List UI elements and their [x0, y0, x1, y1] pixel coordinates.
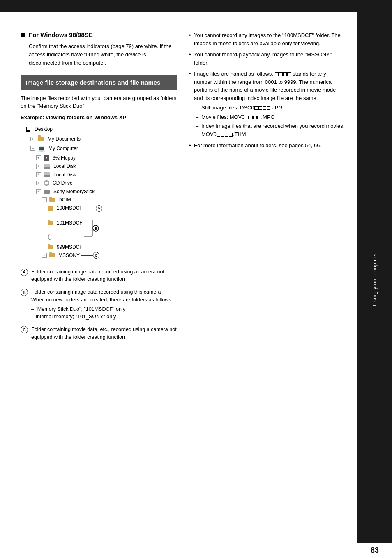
- expand-icon: +: [30, 137, 35, 141]
- folder-101-label: 101MSDCF: [57, 219, 83, 227]
- tree-cddrive: + CD Drive: [36, 179, 177, 187]
- expand-plus-icon-4: +: [36, 181, 41, 185]
- example-heading: Example: viewing folders on Windows XP: [21, 114, 177, 120]
- mycomputer-label: My Computer: [48, 144, 78, 153]
- tree-mycomputer: − 💻 My Computer: [30, 144, 177, 154]
- expand-plus-icon: +: [36, 155, 41, 160]
- desc-text-c: Folder containing movie data, etc., reco…: [31, 326, 177, 341]
- right-column: You cannot record any images to the "100…: [189, 31, 345, 346]
- folder-100-label: 100MSDCF: [57, 204, 83, 212]
- mssony-folder-icon: [49, 253, 55, 257]
- desc-c: C Folder containing movie data, etc., re…: [21, 326, 177, 341]
- left-column: For Windows 98/98SE Confirm that the acc…: [21, 31, 177, 346]
- drive-icon-2: [44, 172, 50, 177]
- cddrive-label: CD Drive: [53, 179, 73, 187]
- desc-badge-c: C: [21, 326, 28, 333]
- tree-101msdcf-section: 101MSDCF B: [25, 213, 177, 243]
- file-tree: 🖥 Desktop + My Documents − 💻 My Computer: [25, 124, 177, 260]
- svg-text:B: B: [94, 227, 97, 231]
- right-bullet-list: You cannot record any images to the "100…: [189, 31, 345, 150]
- memorystick-label: Sony MemoryStick: [53, 188, 95, 196]
- tree-100msdcf: 100MSDCF: [48, 204, 83, 212]
- storage-intro: The image files recorded with your camer…: [21, 94, 177, 110]
- localdisk-2-label: Local Disk: [53, 171, 76, 179]
- mydocs-label: My Documents: [48, 135, 81, 143]
- folder-100-icon: [48, 206, 53, 211]
- sq3: [283, 72, 287, 76]
- sq11: [253, 116, 257, 119]
- dcim-label: DCIM: [58, 196, 71, 204]
- callout-c-badge: C: [93, 252, 99, 259]
- tree-desktop: 🖥 Desktop: [25, 124, 177, 135]
- sq14: [221, 133, 224, 137]
- desktop-icon: 🖥: [25, 124, 31, 135]
- descriptions: A Folder containing image data recorded …: [21, 268, 177, 341]
- tree-mssony-row: + MSSONY C: [25, 251, 177, 259]
- tree-101msdcf: 101MSDCF: [48, 219, 83, 227]
- sq9: [245, 116, 249, 119]
- storage-header: Image file storage destinations and file…: [21, 75, 177, 90]
- sq6: [258, 106, 262, 110]
- brace-svg: [48, 233, 54, 243]
- tree-localdisk-2: + Local Disk: [36, 171, 177, 179]
- sub-item-3: Index image files that are recorded when…: [196, 122, 345, 138]
- tree-memorystick: − Sony MemoryStick: [36, 188, 177, 196]
- desc-text-a: Folder containing image data recorded us…: [31, 268, 177, 284]
- tree-mssony: + MSSONY: [42, 251, 80, 259]
- callout-a-badge: A: [96, 205, 102, 212]
- tree-localdisk-1: + Local Disk: [36, 162, 177, 170]
- windows-body: Confirm that the access indicators (page…: [29, 42, 177, 67]
- memorystick-icon: [44, 190, 50, 194]
- drive-icon-1: [44, 164, 50, 169]
- sq5: [254, 106, 258, 110]
- sq12: [257, 116, 261, 119]
- desc-b: B Folder containing image data recorded …: [21, 288, 177, 321]
- sq7: [263, 106, 266, 110]
- sq10: [249, 116, 253, 119]
- callout-b-bracket: B: [84, 221, 101, 241]
- windows-section: For Windows 98/98SE Confirm that the acc…: [21, 31, 177, 67]
- sq13: [217, 133, 220, 137]
- bullet-4: For more information about folders, see …: [189, 141, 345, 150]
- desc-b-item-2: Internal memory; "101_SONY" only: [31, 313, 173, 321]
- localdisk-1-label: Local Disk: [53, 162, 76, 170]
- tree-floppy: + ■ 3½ Floppy: [36, 154, 177, 162]
- sub-item-2: Movie files: MOV0.MPG: [196, 113, 345, 121]
- callout-c-line: [81, 255, 93, 256]
- tree-dcim: − DCIM: [42, 196, 177, 204]
- callout-a-container: A: [84, 205, 102, 212]
- floppy-icon: ■: [44, 155, 49, 161]
- computer-icon: 💻: [38, 144, 46, 154]
- cd-icon: [44, 180, 49, 186]
- bullet-1: You cannot record any images to the "100…: [189, 31, 345, 47]
- callout-b-container: B: [84, 213, 101, 233]
- mssony-label: MSSONY: [58, 251, 80, 259]
- callout-a-line: [84, 208, 96, 208]
- storage-header-text: Image file storage destinations and file…: [25, 79, 160, 86]
- expand-plus-icon-3: +: [36, 172, 41, 177]
- tree-999msdcf: 999MSDCF: [48, 243, 83, 251]
- sq4: [287, 72, 291, 76]
- desc-b-main: Folder containing image data recorded us…: [31, 289, 173, 303]
- bullet-2: You cannot record/playback any images to…: [189, 51, 345, 67]
- sub-item-1: Still image files: DSC0.JPG: [196, 104, 345, 112]
- brace-section: [48, 233, 177, 243]
- folder-101-icon: [48, 221, 53, 225]
- sidebar-label: Using your computer: [372, 252, 378, 306]
- expand-minus-icon-2: −: [36, 189, 41, 194]
- expand-plus-mssony: +: [42, 253, 47, 258]
- bullet-3-sub: Still image files: DSC0.JPG Movie files:…: [194, 104, 345, 138]
- dcim-folder-icon: [49, 198, 55, 202]
- page-number: 83: [357, 543, 392, 558]
- desc-b-item-1: "Memory Stick Duo"; "101MSDCF" only: [31, 306, 173, 313]
- expand-minus-icon-3: −: [42, 197, 47, 202]
- desc-a: A Folder containing image data recorded …: [21, 268, 177, 284]
- main-content: For Windows 98/98SE Confirm that the acc…: [0, 0, 357, 558]
- desc-badge-b: B: [21, 289, 28, 296]
- desc-text-b: Folder containing image data recorded us…: [31, 288, 173, 321]
- desc-b-list: "Memory Stick Duo"; "101MSDCF" only Inte…: [31, 306, 173, 321]
- callout-c-container: C: [81, 252, 99, 259]
- expand-plus-icon-2: +: [36, 164, 41, 169]
- bullet-3: Image files are named as follows. stands…: [189, 70, 345, 138]
- windows-heading-text: For Windows 98/98SE: [29, 31, 93, 38]
